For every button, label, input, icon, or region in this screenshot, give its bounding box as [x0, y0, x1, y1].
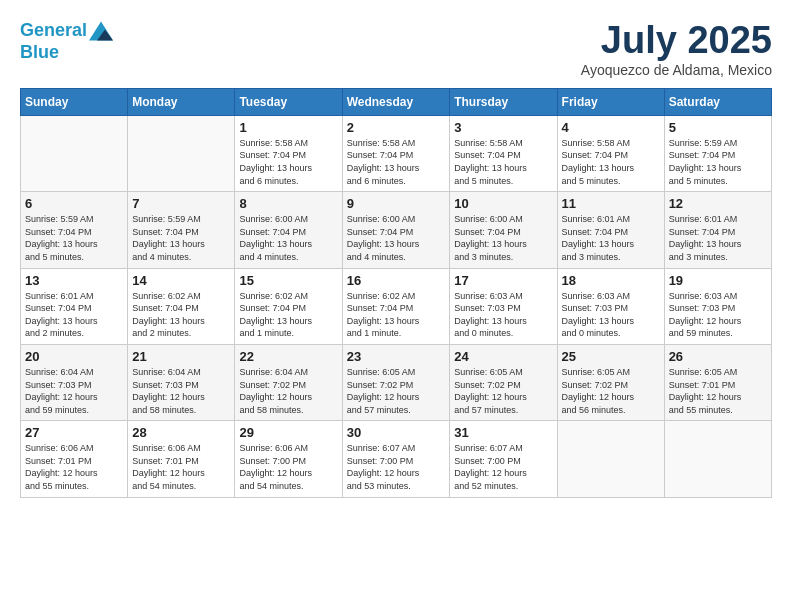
calendar-day-cell: 15Sunrise: 6:02 AM Sunset: 7:04 PM Dayli… — [235, 268, 342, 344]
day-info: Sunrise: 6:05 AM Sunset: 7:02 PM Dayligh… — [562, 366, 660, 416]
day-info: Sunrise: 6:02 AM Sunset: 7:04 PM Dayligh… — [239, 290, 337, 340]
day-number: 19 — [669, 273, 767, 288]
day-info: Sunrise: 5:58 AM Sunset: 7:04 PM Dayligh… — [239, 137, 337, 187]
weekday-thursday: Thursday — [450, 88, 557, 115]
logo-general: General — [20, 20, 87, 40]
calendar-day-cell — [557, 421, 664, 497]
day-number: 28 — [132, 425, 230, 440]
logo: General Blue — [20, 20, 113, 63]
day-info: Sunrise: 6:02 AM Sunset: 7:04 PM Dayligh… — [132, 290, 230, 340]
day-info: Sunrise: 6:06 AM Sunset: 7:01 PM Dayligh… — [132, 442, 230, 492]
calendar-day-cell: 29Sunrise: 6:06 AM Sunset: 7:00 PM Dayli… — [235, 421, 342, 497]
day-number: 24 — [454, 349, 552, 364]
calendar-day-cell: 17Sunrise: 6:03 AM Sunset: 7:03 PM Dayli… — [450, 268, 557, 344]
calendar-day-cell: 10Sunrise: 6:00 AM Sunset: 7:04 PM Dayli… — [450, 192, 557, 268]
location: Ayoquezco de Aldama, Mexico — [581, 62, 772, 78]
calendar-day-cell: 24Sunrise: 6:05 AM Sunset: 7:02 PM Dayli… — [450, 344, 557, 420]
calendar-week-row: 6Sunrise: 5:59 AM Sunset: 7:04 PM Daylig… — [21, 192, 772, 268]
calendar-day-cell: 4Sunrise: 5:58 AM Sunset: 7:04 PM Daylig… — [557, 115, 664, 191]
calendar-day-cell: 7Sunrise: 5:59 AM Sunset: 7:04 PM Daylig… — [128, 192, 235, 268]
day-info: Sunrise: 5:59 AM Sunset: 7:04 PM Dayligh… — [132, 213, 230, 263]
calendar-table: SundayMondayTuesdayWednesdayThursdayFrid… — [20, 88, 772, 498]
day-info: Sunrise: 6:03 AM Sunset: 7:03 PM Dayligh… — [454, 290, 552, 340]
title-section: July 2025 Ayoquezco de Aldama, Mexico — [581, 20, 772, 78]
calendar-day-cell — [128, 115, 235, 191]
day-info: Sunrise: 6:01 AM Sunset: 7:04 PM Dayligh… — [562, 213, 660, 263]
day-number: 5 — [669, 120, 767, 135]
logo-blue: Blue — [20, 42, 59, 62]
day-number: 18 — [562, 273, 660, 288]
day-info: Sunrise: 6:03 AM Sunset: 7:03 PM Dayligh… — [562, 290, 660, 340]
weekday-monday: Monday — [128, 88, 235, 115]
day-number: 7 — [132, 196, 230, 211]
day-number: 15 — [239, 273, 337, 288]
day-number: 23 — [347, 349, 446, 364]
day-number: 12 — [669, 196, 767, 211]
day-number: 27 — [25, 425, 123, 440]
calendar-day-cell: 31Sunrise: 6:07 AM Sunset: 7:00 PM Dayli… — [450, 421, 557, 497]
calendar-day-cell: 30Sunrise: 6:07 AM Sunset: 7:00 PM Dayli… — [342, 421, 450, 497]
calendar-day-cell: 2Sunrise: 5:58 AM Sunset: 7:04 PM Daylig… — [342, 115, 450, 191]
weekday-wednesday: Wednesday — [342, 88, 450, 115]
day-number: 11 — [562, 196, 660, 211]
calendar-day-cell: 3Sunrise: 5:58 AM Sunset: 7:04 PM Daylig… — [450, 115, 557, 191]
day-number: 26 — [669, 349, 767, 364]
calendar-day-cell: 21Sunrise: 6:04 AM Sunset: 7:03 PM Dayli… — [128, 344, 235, 420]
day-info: Sunrise: 6:06 AM Sunset: 7:00 PM Dayligh… — [239, 442, 337, 492]
calendar-body: 1Sunrise: 5:58 AM Sunset: 7:04 PM Daylig… — [21, 115, 772, 497]
day-info: Sunrise: 6:00 AM Sunset: 7:04 PM Dayligh… — [347, 213, 446, 263]
calendar-day-cell: 23Sunrise: 6:05 AM Sunset: 7:02 PM Dayli… — [342, 344, 450, 420]
calendar-day-cell: 8Sunrise: 6:00 AM Sunset: 7:04 PM Daylig… — [235, 192, 342, 268]
calendar-day-cell: 26Sunrise: 6:05 AM Sunset: 7:01 PM Dayli… — [664, 344, 771, 420]
day-info: Sunrise: 6:07 AM Sunset: 7:00 PM Dayligh… — [454, 442, 552, 492]
day-info: Sunrise: 6:01 AM Sunset: 7:04 PM Dayligh… — [669, 213, 767, 263]
day-number: 10 — [454, 196, 552, 211]
calendar-day-cell: 19Sunrise: 6:03 AM Sunset: 7:03 PM Dayli… — [664, 268, 771, 344]
day-number: 30 — [347, 425, 446, 440]
weekday-row: SundayMondayTuesdayWednesdayThursdayFrid… — [21, 88, 772, 115]
day-info: Sunrise: 5:58 AM Sunset: 7:04 PM Dayligh… — [562, 137, 660, 187]
day-info: Sunrise: 6:06 AM Sunset: 7:01 PM Dayligh… — [25, 442, 123, 492]
day-number: 2 — [347, 120, 446, 135]
day-info: Sunrise: 6:05 AM Sunset: 7:02 PM Dayligh… — [347, 366, 446, 416]
day-info: Sunrise: 6:05 AM Sunset: 7:02 PM Dayligh… — [454, 366, 552, 416]
calendar-week-row: 20Sunrise: 6:04 AM Sunset: 7:03 PM Dayli… — [21, 344, 772, 420]
day-number: 21 — [132, 349, 230, 364]
page-header: General Blue July 2025 Ayoquezco de Alda… — [20, 20, 772, 78]
calendar-week-row: 1Sunrise: 5:58 AM Sunset: 7:04 PM Daylig… — [21, 115, 772, 191]
weekday-friday: Friday — [557, 88, 664, 115]
calendar-day-cell: 9Sunrise: 6:00 AM Sunset: 7:04 PM Daylig… — [342, 192, 450, 268]
day-info: Sunrise: 5:59 AM Sunset: 7:04 PM Dayligh… — [669, 137, 767, 187]
day-number: 13 — [25, 273, 123, 288]
weekday-tuesday: Tuesday — [235, 88, 342, 115]
calendar-day-cell: 13Sunrise: 6:01 AM Sunset: 7:04 PM Dayli… — [21, 268, 128, 344]
day-number: 31 — [454, 425, 552, 440]
day-number: 3 — [454, 120, 552, 135]
calendar-header: SundayMondayTuesdayWednesdayThursdayFrid… — [21, 88, 772, 115]
day-info: Sunrise: 5:58 AM Sunset: 7:04 PM Dayligh… — [454, 137, 552, 187]
calendar-day-cell: 18Sunrise: 6:03 AM Sunset: 7:03 PM Dayli… — [557, 268, 664, 344]
day-number: 8 — [239, 196, 337, 211]
calendar-day-cell: 11Sunrise: 6:01 AM Sunset: 7:04 PM Dayli… — [557, 192, 664, 268]
calendar-day-cell: 25Sunrise: 6:05 AM Sunset: 7:02 PM Dayli… — [557, 344, 664, 420]
calendar-day-cell — [21, 115, 128, 191]
weekday-saturday: Saturday — [664, 88, 771, 115]
day-info: Sunrise: 6:00 AM Sunset: 7:04 PM Dayligh… — [239, 213, 337, 263]
calendar-day-cell: 16Sunrise: 6:02 AM Sunset: 7:04 PM Dayli… — [342, 268, 450, 344]
day-info: Sunrise: 6:00 AM Sunset: 7:04 PM Dayligh… — [454, 213, 552, 263]
calendar-day-cell: 6Sunrise: 5:59 AM Sunset: 7:04 PM Daylig… — [21, 192, 128, 268]
day-info: Sunrise: 6:03 AM Sunset: 7:03 PM Dayligh… — [669, 290, 767, 340]
day-number: 14 — [132, 273, 230, 288]
day-number: 20 — [25, 349, 123, 364]
logo-icon — [89, 21, 113, 41]
day-number: 9 — [347, 196, 446, 211]
day-number: 25 — [562, 349, 660, 364]
calendar-day-cell: 20Sunrise: 6:04 AM Sunset: 7:03 PM Dayli… — [21, 344, 128, 420]
day-info: Sunrise: 6:04 AM Sunset: 7:03 PM Dayligh… — [25, 366, 123, 416]
day-number: 29 — [239, 425, 337, 440]
day-info: Sunrise: 6:05 AM Sunset: 7:01 PM Dayligh… — [669, 366, 767, 416]
day-info: Sunrise: 6:07 AM Sunset: 7:00 PM Dayligh… — [347, 442, 446, 492]
weekday-sunday: Sunday — [21, 88, 128, 115]
day-number: 4 — [562, 120, 660, 135]
month-title: July 2025 — [581, 20, 772, 62]
